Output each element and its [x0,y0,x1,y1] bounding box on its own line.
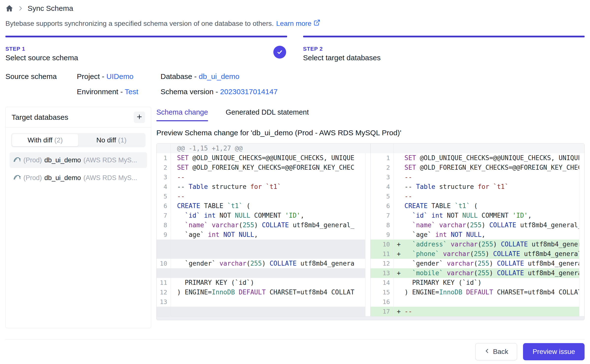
code-line: `phone` varchar(255) COLLATE utf8mb4_gen… [405,249,585,259]
diff-pane-source: @@ -1,15 +1,27 @@1SET @OLD_UNIQUE_CHECKS… [157,144,371,316]
source-schema-field: Project - UIDemo [77,72,161,81]
code-line [177,297,370,307]
code-line [177,307,370,316]
target-database-item[interactable]: (Prod) db_ui_demo (AWS RDS MyS... [10,152,147,168]
diff-marker [394,211,405,220]
learn-more-link[interactable]: Learn more [276,19,320,28]
line-number: 7 [157,211,171,220]
step-2: STEP 2 Select target databases [303,36,585,62]
diff-marker: + [394,240,405,249]
add-database-button[interactable] [134,112,145,123]
line-number: 3 [371,172,394,182]
line-number [157,144,171,153]
source-schema-link[interactable]: Test [125,88,138,96]
preview-issue-button[interactable]: Preview issue [523,343,585,360]
diff-row: 9 `age` int NOT NULL, [371,230,585,240]
line-number: 12 [371,259,394,268]
line-number: 11 [157,278,171,288]
diff-marker [394,172,405,182]
diff-added-row: 17+-- [371,307,585,316]
target-database-item[interactable]: (Prod) db_ui_demo (AWS RDS MyS... [10,170,147,186]
diff-marker [394,163,405,172]
step-2-title: Select target databases [303,54,585,62]
db-instance: (AWS RDS MyS... [83,156,137,164]
code-line: SET @OLD_UNIQUE_CHECKS=@@UNIQUE_CHECKS, … [405,153,585,163]
diff-marker: + [394,249,405,259]
step-1: STEP 1 Select source schema [5,36,287,62]
diff-row: 4-- Table structure for `t1` [371,182,585,192]
code-line: -- Table structure for `t1` [405,182,585,192]
db-name: db_ui_demo [44,156,81,164]
line-number: 6 [371,201,394,211]
horizontal-scrollbar[interactable] [157,316,584,320]
diff-marker [171,192,177,201]
target-database-list: (Prod) db_ui_demo (AWS RDS MyS... (Prod)… [10,152,147,186]
code-line: @@ -1,15 +1,27 @@ [177,144,370,153]
line-number: 12 [157,288,171,297]
line-number: 1 [371,153,394,163]
diff-row: 12) ENGINE=InnoDB DEFAULT CHARSET=utf8mb… [157,288,370,297]
source-schema-field: Environment - Test [77,88,161,96]
code-line: ) ENGINE=InnoDB DEFAULT CHARSET=utf8mb4 … [405,288,585,297]
target-databases-title: Target databases [12,113,68,121]
source-schema-link[interactable]: UIDemo [106,72,133,80]
diff-hunk-header [371,144,585,153]
diff-row: 14 PRIMARY KEY (`id`) [371,278,585,288]
line-number: 17 [371,307,394,316]
diff-marker: + [394,307,405,316]
vertical-scrollbar[interactable] [365,153,370,316]
tab-with-diff[interactable]: With diff (2) [12,134,78,146]
step-complete-check-icon [273,46,286,59]
diff-marker [394,230,405,240]
line-number [157,240,171,249]
diff-filler-row [157,268,370,278]
line-number: 9 [157,230,171,240]
source-schema-link[interactable]: 20230317014147 [220,88,278,96]
diff-marker [171,288,177,297]
code-line [177,268,370,278]
diff-row: 11 PRIMARY KEY (`id`) [157,278,370,288]
line-number [157,307,171,316]
diff-row: 9 `age` int NOT NULL, [157,230,370,240]
line-number: 4 [157,182,171,192]
vertical-scrollbar[interactable] [579,153,584,316]
line-number: 11 [371,249,394,259]
code-line: PRIMARY KEY (`id`) [405,278,585,288]
step-1-progress-bar [5,36,287,37]
diff-marker [394,297,405,307]
diff-marker: + [394,268,405,278]
code-line: `id` int NOT NULL COMMENT 'ID', [405,211,585,220]
diff-row: 3-- [157,172,370,182]
diff-marker [171,172,177,182]
diff-added-row: 13+ `mobile` varchar(255) COLLATE utf8mb… [371,268,585,278]
tab-no-diff[interactable]: No diff (1) [78,134,145,146]
code-line: `name` varchar(255) COLLATE utf8mb4_gene… [177,220,370,230]
step-1-label: STEP 1 [5,46,287,52]
plus-icon [136,113,143,121]
diff-marker [394,144,405,153]
tab-generated-ddl[interactable]: Generated DDL statement [226,107,309,121]
diff-row: 7 `id` int NOT NULL COMMENT 'ID', [157,211,370,220]
diff-marker [171,297,177,307]
tab-schema-change[interactable]: Schema change [156,107,208,121]
line-number: 6 [157,201,171,211]
source-schema-link[interactable]: db_ui_demo [199,72,239,80]
page-description: Bytebase supports synchronizing a specif… [5,20,274,28]
line-number: 13 [371,268,394,278]
db-environment: (Prod) [23,156,42,164]
line-number: 4 [371,182,394,192]
diff-marker [171,201,177,211]
back-button[interactable]: Back [475,343,517,360]
diff-marker [394,288,405,297]
step-2-progress-bar [303,36,585,37]
line-number: 1 [157,153,171,163]
diff-marker [394,201,405,211]
line-number: 2 [371,163,394,172]
line-number: 2 [157,163,171,172]
line-number: 13 [157,297,171,307]
diff-row: 3-- [371,172,585,182]
mysql-icon [13,155,21,165]
diff-row: 8 `name` varchar(255) COLLATE utf8mb4_ge… [371,220,585,230]
home-icon[interactable] [5,4,13,12]
step-1-title: Select source schema [5,54,287,62]
